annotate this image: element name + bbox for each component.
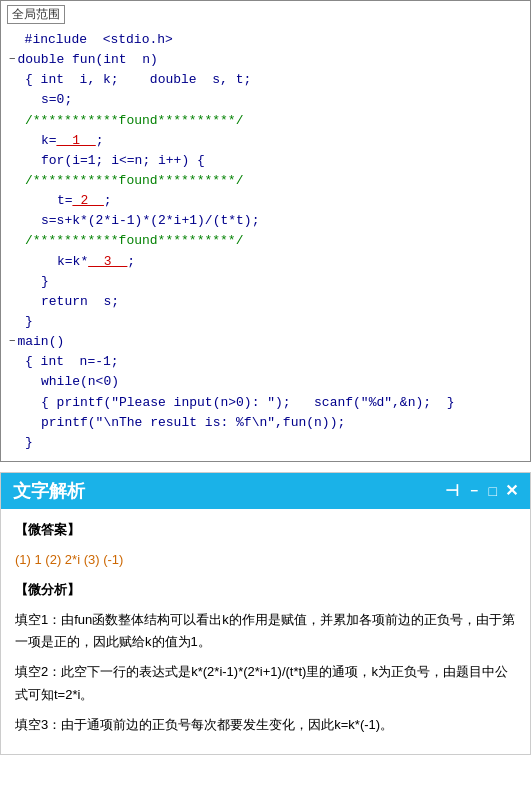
analysis-para2-text: 填空2：此空下一行的表达式是k*(2*i-1)*(2*i+1)/(t*t)里的通… (15, 664, 508, 701)
include-text: #include <stdio.h> (9, 30, 173, 50)
analysis-title: 文字解析 (13, 479, 85, 503)
micro-analysis-section: 【微分析】 (15, 579, 516, 601)
found2-text: /***********found**********/ (25, 171, 243, 191)
t-assign-suffix: ; (104, 191, 112, 211)
s-update-line: s=s+k*(2*i-1)*(2*i+1)/(t*t); (9, 211, 522, 231)
code-body: #include <stdio.h> − double fun(int n) {… (1, 28, 530, 461)
s-update-text: s=s+k*(2*i-1)*(2*i+1)/(t*t); (41, 211, 259, 231)
while-text: while(n<0) (41, 372, 119, 392)
micro-analysis-label: 【微分析】 (15, 582, 80, 597)
for-close-line: } (9, 272, 522, 292)
analysis-para3-text: 填空3：由于通项前边的正负号每次都要发生变化，因此k=k*(-1)。 (15, 717, 393, 732)
maximize-icon[interactable]: □ (489, 483, 497, 499)
fill3-text: __3__ (88, 252, 127, 272)
main-sig-text: main() (17, 332, 64, 352)
fun-fold-icon[interactable]: − (9, 50, 15, 67)
main-vars-text: { int n=-1; (25, 352, 119, 372)
analysis-para1-text: 填空1：由fun函数整体结构可以看出k的作用是赋值，并累加各项前边的正负号，由于… (15, 612, 515, 649)
found1-line: /***********found**********/ (9, 111, 522, 131)
while-line: while(n<0) (9, 372, 522, 392)
for-close-text: } (41, 272, 49, 292)
answer-para: (1) 1 (2) 2*i (3) (-1) (15, 549, 516, 571)
main-signature-line: − main() (9, 332, 522, 352)
k-update-suffix: ; (127, 252, 135, 272)
t-assign-prefix: t= (57, 191, 73, 211)
fun-close-line: } (9, 312, 522, 332)
pin-icon[interactable]: ⊣ (445, 481, 459, 500)
code-section: 全局范围 #include <stdio.h> − double fun(int… (0, 0, 531, 462)
minimize-icon[interactable]: － (467, 482, 481, 500)
analysis-para3: 填空3：由于通项前边的正负号每次都要发生变化，因此k=k*(-1)。 (15, 714, 516, 736)
return-line: return s; (9, 292, 522, 312)
found2-line: /***********found**********/ (9, 171, 522, 191)
for-line: for(i=1; i<=n; i++) { (9, 151, 522, 171)
k-update-prefix: k=k* (57, 252, 88, 272)
analysis-body: 【微答案】 (1) 1 (2) 2*i (3) (-1) 【微分析】 填空1：由… (1, 509, 530, 754)
micro-answer-section: 【微答案】 (15, 519, 516, 541)
printf2-line: printf("\nThe result is: %f\n",fun(n)); (9, 413, 522, 433)
main-fold-icon[interactable]: − (9, 332, 15, 349)
found1-text: /***********found**********/ (25, 111, 243, 131)
main-close-text: } (25, 433, 33, 453)
k-update-line: k=k*__3__; (9, 252, 522, 272)
printf2-text: printf("\nThe result is: %f\n",fun(n)); (41, 413, 345, 433)
s-init-text: s=0; (41, 90, 72, 110)
answer-text: (1) 1 (2) 2*i (3) (-1) (15, 552, 123, 567)
include-line: #include <stdio.h> (9, 30, 522, 50)
k-init-line: k=__1__; (9, 131, 522, 151)
analysis-header: 文字解析 ⊣ － □ ✕ (1, 473, 530, 509)
found3-text: /***********found**********/ (25, 231, 243, 251)
fill1-text: __1__ (57, 131, 96, 151)
main-close-line: } (9, 433, 522, 453)
fun-sig-text: double fun(int n) (17, 50, 157, 70)
scope-label: 全局范围 (7, 5, 65, 24)
return-text: return s; (41, 292, 119, 312)
micro-answer-label: 【微答案】 (15, 522, 80, 537)
analysis-header-controls: ⊣ － □ ✕ (445, 481, 518, 500)
k-init-prefix: k= (41, 131, 57, 151)
fun-signature-line: − double fun(int n) (9, 50, 522, 70)
fun-close-text: } (25, 312, 33, 332)
k-init-suffix: ; (96, 131, 104, 151)
analysis-section: 文字解析 ⊣ － □ ✕ 【微答案】 (1) 1 (2) 2*i (3) (-1… (0, 472, 531, 755)
printf-scanf-text: { printf("Please input(n>0): ");​ scanf(… (41, 393, 454, 413)
fill2-text: _2__ (73, 191, 104, 211)
s-init-line: s=0; (9, 90, 522, 110)
fun-vars-line: { int i, k; double s, t; (9, 70, 522, 90)
fun-vars-text: { int i, k; double s, t; (25, 70, 251, 90)
t-assign-line: t=_2__; (9, 191, 522, 211)
printf-scanf-line: { printf("Please input(n>0): ");​ scanf(… (9, 393, 522, 413)
close-icon[interactable]: ✕ (505, 481, 518, 500)
analysis-para2: 填空2：此空下一行的表达式是k*(2*i-1)*(2*i+1)/(t*t)里的通… (15, 661, 516, 705)
found3-line: /***********found**********/ (9, 231, 522, 251)
analysis-para1: 填空1：由fun函数整体结构可以看出k的作用是赋值，并累加各项前边的正负号，由于… (15, 609, 516, 653)
main-vars-line: { int n=-1; (9, 352, 522, 372)
for-text: for(i=1; i<=n; i++) { (41, 151, 205, 171)
